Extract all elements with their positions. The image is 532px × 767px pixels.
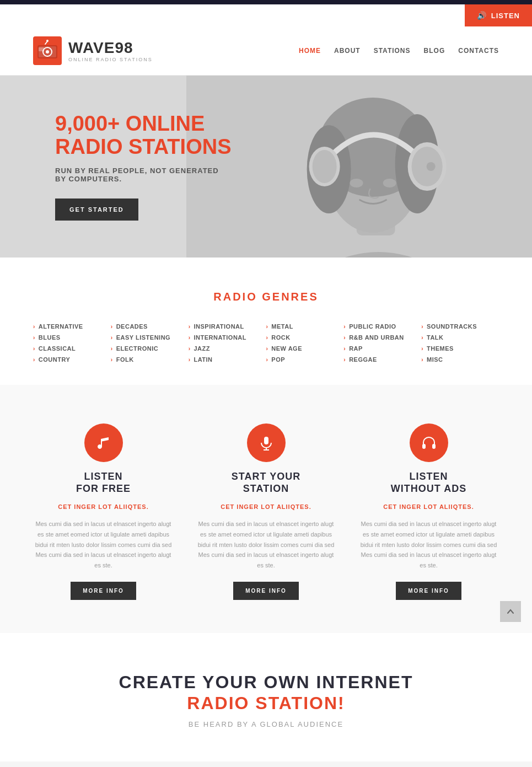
genre-country[interactable]: ›COUNTRY: [33, 356, 111, 363]
genre-rock[interactable]: ›ROCK: [266, 334, 343, 341]
genre-col-5: ›PUBLIC RADIO ›R&B AND URBAN ›RAP ›REGGA…: [343, 323, 421, 363]
genre-new-age[interactable]: ›NEW AGE: [266, 345, 343, 352]
logo-title: WAVE98: [68, 39, 153, 57]
features-wrapper: LISTEN FOR FREE CET INGER LOT ALIIQTES. …: [0, 385, 532, 633]
listen-button[interactable]: 🔊 LISTEN: [465, 4, 532, 26]
hero-subtitle: RUN BY REAL PEOPLE, NOT GENERATED BY COM…: [55, 167, 232, 183]
genre-inspirational[interactable]: ›INSPIRATIONAL: [189, 323, 266, 330]
chevron-icon: ›: [33, 335, 35, 341]
chevron-icon: ›: [421, 324, 423, 330]
svg-point-4: [46, 50, 49, 53]
header: WAVE98 ONLINE RADIO STATIONS HOME ABOUT …: [0, 26, 532, 76]
chevron-icon: ›: [111, 357, 113, 363]
features-section: LISTEN FOR FREE CET INGER LOT ALIIQTES. …: [0, 385, 532, 633]
genre-blues[interactable]: ›BLUES: [33, 334, 111, 341]
nav-contacts[interactable]: CONTACTS: [458, 47, 499, 55]
genre-reggae[interactable]: ›REGGAE: [343, 356, 421, 363]
genre-latin[interactable]: ›LATIN: [189, 356, 266, 363]
chevron-icon: ›: [33, 324, 35, 330]
genre-col-1: ›ALTERNATIVE ›BLUES ›CLASSICAL ›COUNTRY: [33, 323, 111, 363]
feature-listen-free: LISTEN FOR FREE CET INGER LOT ALIIQTES. …: [33, 423, 174, 600]
genre-alternative[interactable]: ›ALTERNATIVE: [33, 323, 111, 330]
chevron-icon: ›: [189, 335, 191, 341]
scroll-to-top-button[interactable]: [500, 601, 521, 622]
get-started-button[interactable]: GET STARTED: [55, 199, 138, 221]
genre-talk[interactable]: ›TALK: [421, 334, 499, 341]
feature-listen-no-ads: LISTEN WITHOUT ADS CET INGER LOT ALIIQTE…: [358, 423, 499, 600]
genre-folk[interactable]: ›FOLK: [111, 356, 189, 363]
genre-electronic[interactable]: ›ELECTRONIC: [111, 345, 189, 352]
feature-subtitle-listen-free: CET INGER LOT ALIIQTES.: [58, 503, 148, 510]
genre-themes[interactable]: ›THEMES: [421, 345, 499, 352]
genre-decades[interactable]: ›DECADES: [111, 323, 189, 330]
feature-title-listen-free: LISTEN FOR FREE: [76, 471, 131, 495]
chevron-icon: ›: [266, 324, 268, 330]
svg-point-20: [350, 179, 363, 187]
svg-rect-25: [422, 444, 426, 449]
genres-grid: ›ALTERNATIVE ›BLUES ›CLASSICAL ›COUNTRY …: [33, 323, 499, 363]
microphone-icon: [247, 423, 286, 462]
chevron-icon: ›: [189, 357, 191, 363]
logo-text-area: WAVE98 ONLINE RADIO STATIONS: [68, 39, 153, 62]
hero-title: 9,000+ ONLINE RADIO STATIONS: [55, 112, 232, 159]
logo-icon: [33, 36, 62, 65]
svg-point-7: [46, 40, 49, 42]
genre-public-radio[interactable]: ›PUBLIC RADIO: [343, 323, 421, 330]
genre-col-4: ›METAL ›ROCK ›NEW AGE ›POP: [266, 323, 343, 363]
svg-rect-22: [264, 437, 268, 444]
chevron-icon: ›: [111, 346, 113, 352]
genre-pop[interactable]: ›POP: [266, 356, 343, 363]
nav-blog[interactable]: BLOG: [424, 47, 445, 55]
genre-metal[interactable]: ›METAL: [266, 323, 343, 330]
chevron-icon: ›: [111, 324, 113, 330]
hero-section: 9,000+ ONLINE RADIO STATIONS RUN BY REAL…: [0, 76, 532, 258]
nav-about[interactable]: ABOUT: [334, 47, 361, 55]
chevron-icon: ›: [266, 357, 268, 363]
genre-col-6: ›SOUNDTRACKS ›TALK ›THEMES ›MISC: [421, 323, 499, 363]
logo-area: WAVE98 ONLINE RADIO STATIONS: [33, 36, 153, 65]
genre-misc[interactable]: ›MISC: [421, 356, 499, 363]
genre-col-3: ›INSPIRATIONAL ›INTERNATIONAL ›JAZZ ›LAT…: [189, 323, 266, 363]
more-info-button-3[interactable]: MORE INFO: [396, 582, 461, 600]
feature-title-start-station: START YOUR STATION: [232, 471, 300, 495]
genre-rap[interactable]: ›RAP: [343, 345, 421, 352]
genre-rb-urban[interactable]: ›R&B AND URBAN: [343, 334, 421, 341]
newsletter-section: SUBSCRIBE TO OUR NEWSLETTER SUBMIT: [0, 761, 532, 767]
svg-point-16: [312, 150, 336, 183]
chevron-icon: ›: [266, 335, 268, 341]
feature-title-no-ads: LISTEN WITHOUT ADS: [391, 471, 466, 495]
genre-soundtracks[interactable]: ›SOUNDTRACKS: [421, 323, 499, 330]
chevron-icon: ›: [343, 357, 346, 363]
feature-desc-no-ads: Mes cumi dia sed in lacus ut elnascet in…: [358, 519, 499, 570]
more-info-button-1[interactable]: MORE INFO: [71, 582, 136, 600]
genre-jazz[interactable]: ›JAZZ: [189, 345, 266, 352]
more-info-button-2[interactable]: MORE INFO: [233, 582, 299, 600]
feature-start-station: START YOUR STATION CET INGER LOT ALIIQTE…: [196, 423, 336, 600]
genre-classical[interactable]: ›CLASSICAL: [33, 345, 111, 352]
chevron-icon: ›: [111, 335, 113, 341]
chevron-icon: ›: [343, 324, 346, 330]
cta-title: CREATE YOUR OWN INTERNET RADIO STATION!: [33, 672, 499, 714]
hero-content: 9,000+ ONLINE RADIO STATIONS RUN BY REAL…: [0, 112, 232, 221]
svg-point-19: [426, 162, 435, 171]
features-grid: LISTEN FOR FREE CET INGER LOT ALIIQTES. …: [33, 423, 499, 600]
main-nav: HOME ABOUT STATIONS BLOG CONTACTS: [299, 47, 499, 55]
cta-title-accent: RADIO STATION!: [33, 693, 499, 714]
cta-subtitle: BE HEARD BY A GLOBAL AUDIENCE: [33, 720, 499, 728]
genre-easy-listening[interactable]: ›EASY LISTENING: [111, 334, 189, 341]
music-note-icon: [84, 423, 123, 462]
svg-rect-26: [432, 444, 436, 449]
nav-stations[interactable]: STATIONS: [374, 47, 411, 55]
chevron-icon: ›: [343, 346, 346, 352]
hero-background: [186, 76, 532, 258]
chevron-icon: ›: [421, 346, 423, 352]
genre-international[interactable]: ›INTERNATIONAL: [189, 334, 266, 341]
nav-home[interactable]: HOME: [299, 47, 321, 55]
speaker-icon: 🔊: [477, 11, 487, 20]
chevron-icon: ›: [421, 357, 423, 363]
logo-subtitle: ONLINE RADIO STATIONS: [68, 57, 153, 62]
feature-subtitle-no-ads: CET INGER LOT ALIIQTES.: [383, 503, 474, 510]
genres-section: RADIO GENRES ›ALTERNATIVE ›BLUES ›CLASSI…: [0, 258, 532, 385]
feature-desc-start-station: Mes cumi dia sed in lacus ut elnascet in…: [196, 519, 336, 570]
genres-title: RADIO GENRES: [33, 291, 499, 303]
